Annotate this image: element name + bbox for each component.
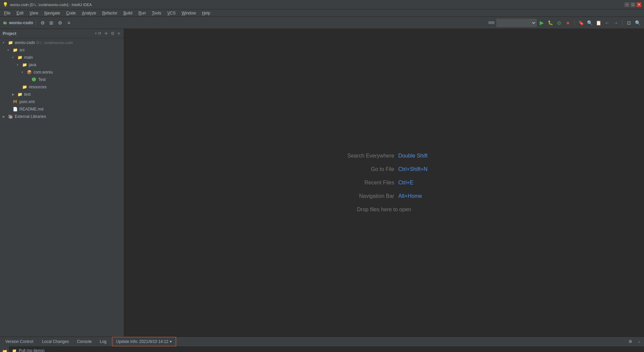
toolbar-columns-btn[interactable]: ⊟⊟ xyxy=(488,19,495,27)
menu-code[interactable]: Code xyxy=(63,10,78,16)
toolbar-separator-1 xyxy=(36,19,36,26)
tree-label-src: src xyxy=(19,48,25,52)
title-bar-controls[interactable]: ─ □ ✕ xyxy=(625,2,641,7)
pull-no-items-label: Pull (no items) xyxy=(19,348,45,352)
hint-navigation-bar: Navigation Bar Alt+Home xyxy=(340,193,427,199)
hint-key-navigation-bar: Alt+Home xyxy=(398,193,422,199)
pull-no-items: 📁 Pull (no items) xyxy=(12,348,641,352)
search-everywhere-button[interactable]: 🔍 xyxy=(634,19,641,27)
bottom-settings-btn[interactable]: ⚙ xyxy=(627,338,634,345)
back-button[interactable]: ← xyxy=(603,19,611,27)
menu-navigate[interactable]: Navigate xyxy=(42,10,63,16)
tree-item-woniu-csdn[interactable]: ▾ 📁 woniu-csdn D:\...\code\woniu-csdn xyxy=(0,39,124,46)
folder-small-icon: 📁 xyxy=(12,349,17,352)
bottom-folder-icon[interactable]: 📁 xyxy=(1,348,8,352)
folder-icon-woniu-csdn: 📁 xyxy=(7,40,13,46)
tree-arrow-src: ▾ xyxy=(7,48,12,52)
folder-icon-test: 📁 xyxy=(17,91,23,97)
toolbar-gear-btn[interactable]: ⚙ xyxy=(56,19,64,27)
tree-label-com-woniu: com.woniu xyxy=(34,70,53,75)
hint-label-recent-files: Recent Files xyxy=(340,180,394,186)
tree-item-pom[interactable]: 𝗠 pom.xml xyxy=(0,98,124,105)
bottom-tab-log[interactable]: Log xyxy=(96,337,110,346)
menu-edit[interactable]: Edit xyxy=(14,10,26,16)
menu-refactor[interactable]: Refactor xyxy=(100,10,120,16)
tree-item-external-libs[interactable]: ▶ 📚 External Libraries xyxy=(0,113,124,120)
debug-button[interactable]: 🐛 xyxy=(547,19,554,27)
tree-label-external-libs: External Libraries xyxy=(15,114,46,119)
menu-analyze[interactable]: Analyze xyxy=(79,10,99,16)
tree-arrow-com-woniu: ▾ xyxy=(21,71,26,74)
menu-window[interactable]: Window xyxy=(179,10,199,16)
toolbar-layout-btn[interactable]: ≡ xyxy=(65,19,72,27)
editor-area: Search Everywhere Double Shift Go to Fil… xyxy=(124,29,644,337)
terminal-button[interactable]: ⊡ xyxy=(625,19,633,27)
tree-label-pom: pom.xml xyxy=(19,99,35,104)
tree-item-readme[interactable]: 📄 README.md xyxy=(0,105,124,113)
toolbar-project-name: woniu-csdn xyxy=(9,20,33,25)
sidebar-tools: ⟳ ✛ ⚙ ≡ xyxy=(97,31,121,36)
sidebar: Project ▾ ⟳ ✛ ⚙ ≡ ▾ 📁 woniu-csdn D:\...\… xyxy=(0,29,124,337)
sidebar-settings-btn[interactable]: ⚙ xyxy=(110,31,116,36)
run-button[interactable]: ▶ xyxy=(538,19,545,27)
minimize-button[interactable]: ─ xyxy=(625,2,629,7)
menu-vcs[interactable]: VCS xyxy=(165,10,178,16)
folder-icon-main: 📁 xyxy=(17,54,23,60)
bottom-tab-local-changes[interactable]: Local Changes xyxy=(38,337,73,346)
sidebar-collapse-btn[interactable]: ≡ xyxy=(116,31,121,36)
project-tree: ▾ 📁 woniu-csdn D:\...\code\woniu-csdn ▾ … xyxy=(0,38,124,337)
menu-view[interactable]: View xyxy=(27,10,41,16)
tree-label-readme: README.md xyxy=(19,107,43,112)
menu-build[interactable]: Build xyxy=(121,10,135,16)
bookmark-button[interactable]: 🔖 xyxy=(577,19,585,27)
md-icon-readme: 📄 xyxy=(12,106,18,112)
tree-item-com-woniu[interactable]: ▾ 📦 com.woniu xyxy=(0,69,124,76)
run-with-coverage-btn[interactable]: ⊙ xyxy=(555,19,563,27)
tasks-button[interactable]: 📋 xyxy=(595,19,602,27)
bottom-tabs: Version Control: Local Changes Console L… xyxy=(0,337,644,346)
bottom-minimize-btn[interactable]: ↓ xyxy=(635,338,643,345)
sidebar-title: Project xyxy=(3,31,93,36)
tree-arrow-external-libs: ▶ xyxy=(3,115,7,118)
tree-item-test[interactable]: ▶ 📁 test xyxy=(0,91,124,98)
toolbar-settings-btn[interactable]: ⚙ xyxy=(39,19,46,27)
bottom-content: 📁 ▼ ≡ ≡ ✦ ✕ ? 📁 Pull (no items) xyxy=(0,346,644,352)
tree-item-main[interactable]: ▾ 📁 main xyxy=(0,54,124,61)
hint-label-drop-files: Drop files here to open xyxy=(357,207,411,213)
close-button[interactable]: ✕ xyxy=(637,2,641,7)
restore-button[interactable]: □ xyxy=(631,2,635,7)
menu-tools[interactable]: Tools xyxy=(149,10,164,16)
sidebar-sync-btn[interactable]: ⟳ xyxy=(97,31,103,36)
menu-bar: File Edit View Navigate Code Analyze Ref… xyxy=(0,9,644,17)
bottom-main: 📁 Pull (no items) xyxy=(9,346,644,352)
tree-item-src[interactable]: ▾ 📁 src xyxy=(0,46,124,54)
bottom-tab-version-control[interactable]: Version Control: xyxy=(1,337,38,346)
forward-button[interactable]: → xyxy=(612,19,620,27)
tree-arrow-java: ▾ xyxy=(17,63,21,67)
toolbar: 🖿 woniu-csdn ⚙ ⊞ ⚙ ≡ ⊟⊟ ▶ 🐛 ⊙ ■ 🔖 🔍 📋 ← … xyxy=(0,17,644,29)
tree-label-test: test xyxy=(24,92,31,97)
tree-label-test-class: Test xyxy=(38,77,46,82)
tree-path-woniu-csdn: D:\...\code\woniu-csdn xyxy=(37,41,73,45)
inspect-button[interactable]: 🔍 xyxy=(586,19,593,27)
window-title: woniu-csdn [D:\...\code\woniu-csdn] - In… xyxy=(10,3,92,7)
sidebar-expand-btn[interactable]: ✛ xyxy=(103,31,109,36)
tree-item-test-class[interactable]: 🅒 Test xyxy=(0,76,124,83)
menu-help[interactable]: Help xyxy=(199,10,213,16)
hint-recent-files: Recent Files Ctrl+E xyxy=(340,180,427,186)
tree-arrow-main: ▾ xyxy=(12,56,17,59)
bottom-tab-console[interactable]: Console xyxy=(73,337,96,346)
stop-button[interactable]: ■ xyxy=(564,19,572,27)
tree-item-resources[interactable]: 📁 resources xyxy=(0,83,124,91)
bottom-tab-update-info-arrow: ▾ xyxy=(170,339,172,344)
hint-label-go-to-file: Go to File xyxy=(340,166,394,172)
run-config-dropdown[interactable] xyxy=(496,19,537,27)
tree-arrow-woniu-csdn: ▾ xyxy=(3,41,7,44)
tree-item-java[interactable]: ▾ 📁 java xyxy=(0,61,124,69)
menu-file[interactable]: File xyxy=(1,10,13,16)
menu-run[interactable]: Run xyxy=(136,10,149,16)
project-icon: 🖿 xyxy=(3,20,7,25)
toolbar-structure-btn[interactable]: ⊞ xyxy=(48,19,55,27)
folder-icon-resources: 📁 xyxy=(21,84,28,90)
bottom-tab-update-info[interactable]: Update Info: 2021/9/10 14:12 ▾ xyxy=(112,337,176,346)
